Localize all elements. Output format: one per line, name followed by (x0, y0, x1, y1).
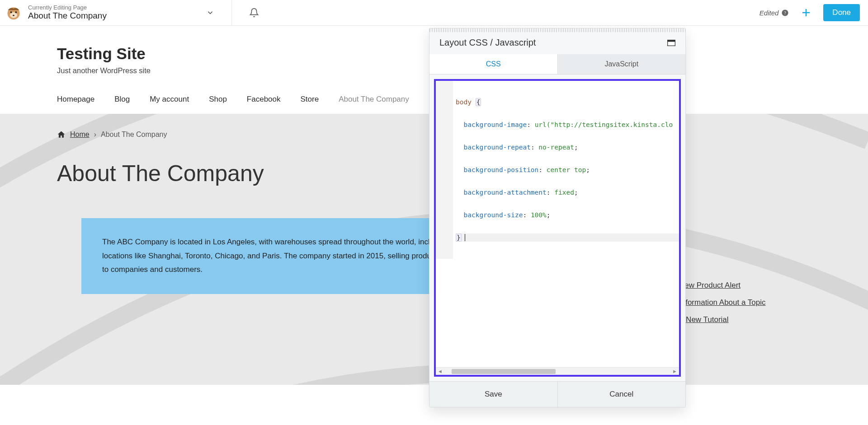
breadcrumb-sep: › (94, 131, 96, 139)
edited-text: Edited (760, 9, 779, 17)
list-item: Information About a Topic (666, 298, 811, 307)
maximize-icon[interactable] (667, 40, 675, 46)
sidebar-recent-posts: New Product Alert Information About a To… (666, 281, 811, 332)
svg-rect-10 (668, 40, 675, 42)
top-bar-left: Currently Editing Page About The Company (5, 0, 262, 26)
nav-item-about[interactable]: About The Company (339, 95, 409, 104)
editor-horizontal-scrollbar[interactable]: ◄ ► (436, 367, 679, 375)
save-button[interactable]: Save (429, 382, 557, 407)
panel-header: Layout CSS / Javascript (429, 32, 685, 54)
editor-blank-area[interactable] (436, 259, 679, 367)
editing-label: Currently Editing Page (28, 4, 107, 11)
help-icon[interactable]: ? (781, 9, 789, 17)
nav-item-my-account[interactable]: My account (150, 95, 189, 104)
post-link[interactable]: A New Tutorial (679, 315, 729, 324)
panel-drag-handle[interactable] (429, 28, 685, 32)
tab-javascript[interactable]: JavaScript (558, 54, 686, 74)
list-item: A New Tutorial (666, 315, 811, 324)
bell-icon[interactable] (246, 5, 262, 20)
svg-text:?: ? (784, 10, 786, 15)
chevron-down-icon[interactable] (203, 6, 217, 19)
editing-page-title: About The Company (28, 11, 107, 21)
nav-item-homepage[interactable]: Homepage (57, 95, 94, 104)
panel-tabs: CSS JavaScript (429, 54, 685, 75)
done-button[interactable]: Done (823, 4, 860, 21)
nav-item-facebook[interactable]: Facebook (247, 95, 281, 104)
edited-status: Edited ? (760, 9, 789, 17)
panel-footer: Save Cancel (429, 381, 685, 407)
list-item: New Product Alert (666, 281, 811, 290)
post-link[interactable]: New Product Alert (679, 281, 741, 290)
code-editor[interactable]: body { background-image: url("http://tes… (436, 81, 679, 259)
editor-highlight-border: body { background-image: url("http://tes… (434, 79, 681, 377)
page-info: Currently Editing Page About The Company (28, 4, 107, 21)
tab-css[interactable]: CSS (429, 54, 558, 74)
code-lines[interactable]: body { background-image: url("http://tes… (453, 81, 679, 259)
text-cursor (461, 234, 466, 241)
editor-wrap: body { background-image: url("http://tes… (429, 75, 685, 381)
content-box[interactable]: The ABC Company is located in Los Angele… (81, 218, 470, 294)
home-icon (57, 130, 66, 139)
svg-point-2 (10, 11, 12, 13)
svg-point-3 (15, 11, 17, 13)
svg-point-4 (13, 15, 14, 16)
nav-item-shop[interactable]: Shop (209, 95, 227, 104)
scroll-right-icon[interactable]: ► (670, 369, 679, 374)
content-text: The ABC Company is located in Los Angele… (102, 238, 448, 274)
nav-item-blog[interactable]: Blog (114, 95, 130, 104)
breadcrumb-current: About The Company (101, 131, 167, 139)
scroll-thumb[interactable] (452, 369, 556, 374)
top-bar-right: Edited ? Done (760, 4, 860, 21)
code-selector: body (456, 98, 472, 106)
breadcrumb-home[interactable]: Home (70, 131, 90, 139)
post-link[interactable]: Information About a Topic (679, 298, 766, 307)
gutter (436, 81, 453, 259)
panel-title: Layout CSS / Javascript (439, 37, 536, 48)
beaver-logo (5, 5, 22, 21)
css-js-panel: Layout CSS / Javascript CSS JavaScript b… (429, 28, 686, 407)
cancel-button[interactable]: Cancel (557, 382, 686, 407)
divider (231, 0, 232, 26)
add-icon[interactable] (797, 6, 815, 19)
scroll-left-icon[interactable]: ◄ (436, 369, 444, 374)
top-bar: Currently Editing Page About The Company… (0, 0, 868, 26)
nav-item-store[interactable]: Store (301, 95, 319, 104)
